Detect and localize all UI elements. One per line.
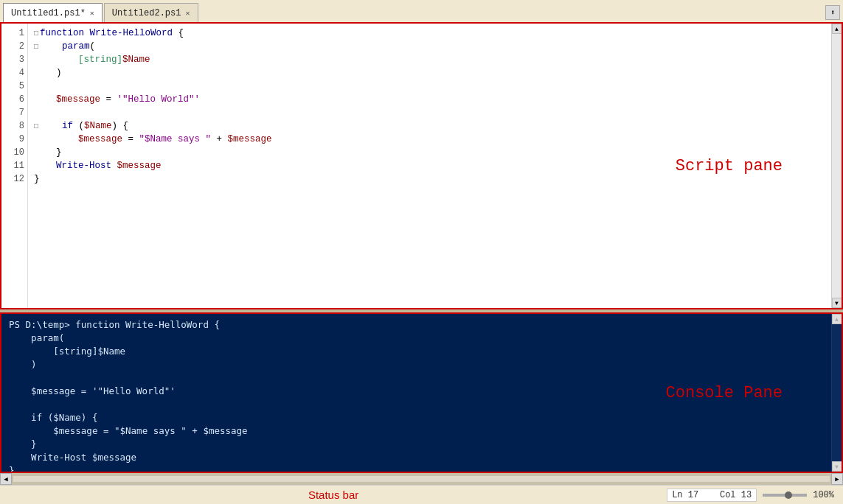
tab-scroll-btn[interactable]: ⬆: [825, 5, 840, 20]
token-type: [string]: [78, 55, 122, 65]
tab-label-2: Untitled2.ps1: [112, 8, 181, 18]
line-number-9: 9: [1, 133, 27, 146]
code-line-3: [string]$Name: [34, 53, 836, 66]
code-editor[interactable]: □function Write-HelloWord {□ param( [str…: [28, 24, 842, 308]
status-bar-label: Status bar: [0, 489, 667, 501]
token-plain: ): [34, 68, 62, 78]
token-plain: }: [34, 147, 62, 158]
token-plain: +: [211, 134, 228, 144]
status-ln: Ln 17: [672, 490, 698, 500]
token-plain: =: [100, 94, 117, 105]
code-line-2: □ param(: [34, 40, 836, 53]
status-bar: Status bar Ln 17 Col 13 100%: [0, 485, 843, 504]
token-plain: [34, 55, 78, 65]
code-line-10: }: [34, 146, 836, 159]
status-right: Ln 17 Col 13 100%: [667, 489, 843, 502]
code-line-6: $message = '"Hello World"': [34, 93, 836, 106]
tab-untitled1[interactable]: Untitled1.ps1 * ✕: [3, 3, 103, 22]
line-number-4: 4: [1, 66, 27, 80]
token-kw: param: [62, 41, 90, 52]
token-kw: if: [62, 121, 73, 131]
line-number-5: 5: [1, 80, 27, 93]
fold-icon-2[interactable]: □: [34, 43, 38, 51]
line-numbers: 123456789101112: [1, 24, 28, 308]
h-scroll-left[interactable]: ◀: [0, 473, 12, 485]
fold-icon-8[interactable]: □: [34, 122, 38, 130]
token-plain: }: [34, 174, 40, 184]
code-line-8: □ if ($Name) {: [34, 119, 836, 133]
token-plain: [34, 94, 56, 105]
token-var: $message: [78, 134, 122, 144]
token-plain: =: [122, 134, 139, 144]
console-scrollbar[interactable]: ▲ ▼: [831, 314, 842, 472]
code-line-5: [34, 80, 836, 93]
token-plain: [111, 161, 117, 171]
token-var: $message: [228, 134, 272, 144]
h-scroll-track[interactable]: [13, 476, 830, 482]
token-var: $Name: [84, 121, 112, 131]
line-number-3: 3: [1, 53, 27, 66]
token-plain: ) {: [112, 121, 129, 131]
scroll-track[interactable]: [832, 34, 842, 298]
tab-label-1: Untitled1.ps1: [11, 8, 80, 18]
tab-modified-1: *: [80, 8, 86, 18]
token-plain: [40, 121, 62, 131]
token-str: '"Hello World"': [117, 94, 201, 105]
code-line-7: [34, 106, 836, 119]
scroll-down-arrow[interactable]: ▼: [832, 298, 842, 308]
token-var: $Name: [122, 55, 150, 65]
token-plain: [40, 41, 62, 52]
zoom-level: 100%: [813, 490, 834, 500]
console-scroll-down[interactable]: ▼: [832, 461, 842, 472]
code-line-12: }: [34, 172, 836, 186]
console-scroll-up[interactable]: ▲: [832, 314, 842, 324]
tab-untitled2[interactable]: Untitled2.ps1 ✕: [104, 3, 198, 22]
tab-close-1[interactable]: ✕: [90, 9, 94, 18]
line-number-8: 8: [1, 119, 27, 133]
token-str: "$Name says ": [139, 134, 212, 144]
token-fn: Write-Host: [56, 161, 111, 171]
token-plain: [84, 28, 90, 38]
line-number-11: 11: [1, 159, 27, 172]
console-scroll-track[interactable]: [832, 324, 842, 461]
token-var: $message: [56, 94, 100, 105]
tab-bar: Untitled1.ps1 * ✕ Untitled2.ps1 ✕ ⬆: [0, 0, 843, 22]
horizontal-scrollbar[interactable]: ◀ ▶: [0, 473, 843, 485]
token-plain: (: [73, 121, 84, 131]
code-line-9: $message = "$Name says " + $message: [34, 133, 836, 146]
line-number-2: 2: [1, 40, 27, 53]
console-output[interactable]: PS D:\temp> function Write-HelloWord { p…: [1, 314, 842, 472]
tab-close-2[interactable]: ✕: [185, 9, 190, 18]
token-plain: (: [90, 41, 96, 52]
status-ln-col: Ln 17 Col 13: [667, 489, 757, 502]
code-line-1: □function Write-HelloWord {: [34, 27, 836, 40]
line-number-10: 10: [1, 146, 27, 159]
code-line-11: Write-Host $message: [34, 159, 836, 172]
line-number-6: 6: [1, 93, 27, 106]
code-line-4: ): [34, 66, 836, 80]
token-fn: Write-HelloWord: [90, 28, 173, 38]
scroll-up-arrow[interactable]: ▲: [832, 24, 842, 34]
zoom-thumb[interactable]: [785, 491, 792, 499]
token-plain: [34, 134, 78, 144]
status-col: Col 13: [720, 490, 752, 500]
token-kw: function: [40, 28, 84, 38]
console-pane: PS D:\temp> function Write-HelloWord { p…: [0, 312, 843, 473]
zoom-slider[interactable]: [763, 494, 807, 497]
line-number-7: 7: [1, 106, 27, 119]
h-scroll-right[interactable]: ▶: [831, 473, 843, 485]
fold-icon-1[interactable]: □: [34, 29, 38, 38]
token-var: $message: [117, 161, 162, 171]
script-scrollbar[interactable]: ▲ ▼: [831, 24, 842, 308]
token-plain: [34, 161, 56, 171]
line-number-1: 1: [1, 27, 27, 40]
line-number-12: 12: [1, 172, 27, 186]
script-pane: 123456789101112 □function Write-HelloWor…: [0, 22, 843, 309]
token-plain: {: [173, 28, 184, 38]
